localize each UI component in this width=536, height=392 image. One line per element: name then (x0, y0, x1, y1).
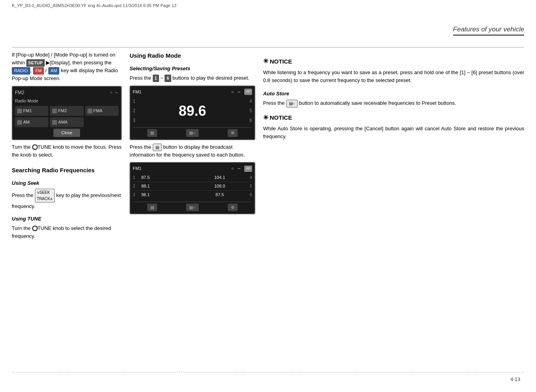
screen-header-icons: ○ ↔ (110, 89, 119, 96)
af-badge: AF (244, 89, 252, 95)
mode-fm1: FM1 (15, 106, 48, 116)
tune-knob-icon (32, 144, 38, 150)
mode-grid: FM1 FM2 FMA AM AMA (15, 106, 119, 127)
notice-star-2: ✳ (263, 113, 268, 123)
grid-icon-ama (52, 120, 57, 125)
preset-num-6: 6 (249, 117, 252, 124)
preset-row-3: 3 98.1 87.5 6 (133, 191, 252, 199)
preset-num-4: 4 (249, 98, 252, 105)
select-preset-text: Press the 1 ~ 6 buttons to play the desi… (130, 74, 255, 82)
grid-icon-am (17, 120, 22, 125)
preset-num-1: 1 (133, 98, 135, 105)
tune2-paragraph: Turn the TUNE knob to select the desired… (12, 224, 122, 240)
notice-body-2: While Auto Store is operating, pressing … (263, 125, 524, 140)
radio-mode-screen: FM2 ○ ↔ Radio Mode FM1 FM2 FMA AM AMA Cl… (12, 86, 122, 140)
pt-bottom-bar: ▤ ▤○ ⚙ (133, 202, 252, 211)
radio-mode-title: Radio Mode (15, 98, 119, 104)
pt-bottom-autostore: ▤○ (186, 204, 198, 211)
notice-label-2: NOTICE (270, 113, 292, 122)
pr-num-2: 2 (133, 183, 139, 190)
using-seek-heading: Using Seek (12, 179, 122, 187)
bottom-icon-autostore: ▤○ (186, 129, 198, 137)
bottom-divider (12, 372, 524, 372)
grid-icon-fm1 (17, 109, 22, 113)
fm1-bottom-bar: ▤ ▤○ ⚙ (133, 127, 252, 137)
preset-btn-6: 6 (165, 75, 171, 82)
preset-rows: 1 87.5 104.1 4 2 88.1 108.0 5 3 98.1 87.… (133, 173, 252, 199)
pr-num-3: 3 (133, 191, 139, 198)
seek-track-button[interactable]: ∨SEEKTRACK∧ (35, 189, 55, 202)
main-content: If [Pop-up Mode] / [Mode Pop-up] is turn… (12, 51, 524, 368)
page-title: Features of your vehicle (453, 26, 524, 33)
notice-star-1: ✳ (263, 57, 268, 66)
preset-row-2: 2 88.1 108.0 5 (133, 182, 252, 191)
autostore-button[interactable]: ▤○ (286, 100, 298, 108)
pr-freq-4: 104.1 (194, 174, 246, 181)
fm1-arrow-icon: ↔ (237, 89, 241, 95)
fm1-screen-header: FM1 ○ ↔ AF (133, 89, 252, 95)
fm1-settings-icon: ○ (231, 89, 234, 95)
pt-fm1-label: FM1 (133, 165, 141, 172)
page-title-bar (453, 35, 524, 36)
preset-nums-left: 1 2 3 (133, 98, 135, 124)
fm1-header-icons: ○ ↔ AF (231, 89, 252, 95)
mode-fm2: FM2 (50, 106, 83, 116)
pr-num-5: 5 (246, 183, 252, 190)
right-column: ✳ NOTICE While listening to a frequency … (263, 51, 524, 368)
pt-header: FM1 ○ ↔ AF (133, 165, 252, 172)
close-row: Close (15, 129, 119, 137)
notice-title-1: ✳ NOTICE (263, 57, 524, 66)
close-button[interactable]: Close (53, 129, 80, 137)
searching-heading: Searching Radio Frequencies (12, 166, 122, 175)
auto-store-section: Auto Store Press the ▤○ button to automa… (263, 90, 524, 107)
setup-badge: SETUP (26, 59, 45, 67)
pr-freq-5: 108.0 (194, 183, 246, 190)
left-column: If [Pop-up Mode] / [Mode Pop-up] is turn… (12, 51, 122, 368)
pr-num-1: 1 (133, 174, 139, 181)
bottom-icon-settings: ⚙ (228, 129, 238, 137)
fm-badge: FM (33, 67, 44, 75)
grid-icon-fm2 (52, 109, 57, 113)
pt-bottom-settings: ⚙ (228, 204, 238, 211)
using-tune-heading: Using TUNE (12, 215, 122, 223)
broadcast-text: Press the ▤ button to display the broadc… (130, 143, 255, 159)
preset-btn-1: 1 (153, 75, 159, 82)
pt-arrow-icon: ↔ (237, 165, 241, 172)
selecting-saving-heading: Selecting/Saving Presets (130, 65, 255, 73)
screen-fm2-label: FM2 (15, 89, 24, 97)
preset-nums-right: 4 5 6 (249, 98, 252, 124)
screen-header: FM2 ○ ↔ (15, 89, 119, 97)
notice-title-2: ✳ NOTICE (263, 113, 524, 123)
intro-paragraph: If [Pop-up Mode] / [Mode Pop-up] is turn… (12, 51, 122, 83)
mode-ama: AMA (50, 117, 83, 127)
preset-num-3: 3 (133, 117, 135, 124)
pr-freq-1: 87.5 (139, 174, 194, 181)
pt-settings-icon: ○ (231, 165, 234, 172)
pr-freq-6: 87.5 (194, 191, 246, 198)
preset-num-2: 2 (133, 107, 135, 115)
fm1-frequency-display: 89.6 (179, 100, 206, 122)
preset-num-5: 5 (249, 107, 252, 115)
seek-paragraph: Press the ∨SEEKTRACK∧ key to play the pr… (12, 189, 122, 210)
am-badge: AM (48, 67, 60, 75)
page-number: 4·13 (510, 376, 520, 382)
grid-icon-fma (88, 109, 92, 113)
radio-badge: RADIO (12, 67, 30, 75)
pt-bottom-broadcast: ▤ (147, 204, 157, 211)
fm1-frequency-screen: FM1 ○ ↔ AF 1 2 3 89.6 4 5 6 (130, 86, 255, 140)
bottom-icon-broadcast: ▤ (147, 129, 157, 137)
pr-freq-2: 88.1 (139, 183, 194, 190)
broadcast-button[interactable]: ▤ (153, 144, 162, 151)
top-divider (12, 47, 524, 47)
notice-body-1: While listening to a frequency you want … (263, 69, 524, 84)
auto-store-heading: Auto Store (263, 90, 524, 98)
pr-num-6: 6 (246, 191, 252, 198)
notice-label-1: NOTICE (270, 57, 292, 66)
file-header-text: K_YP_B3.0_AUDIO_A9MS2H3E00:YF eng 4c-Aud… (12, 3, 177, 8)
tune-knob-text: Turn the TUNE knob to move the focus. Pr… (12, 143, 122, 159)
notice-block-2: ✳ NOTICE While Auto Store is operating, … (263, 113, 524, 141)
pt-af-badge: AF (244, 166, 252, 172)
pr-freq-3: 98.1 (139, 191, 194, 198)
mode-am: AM (15, 117, 48, 127)
pt-header-icons: ○ ↔ AF (231, 165, 252, 172)
